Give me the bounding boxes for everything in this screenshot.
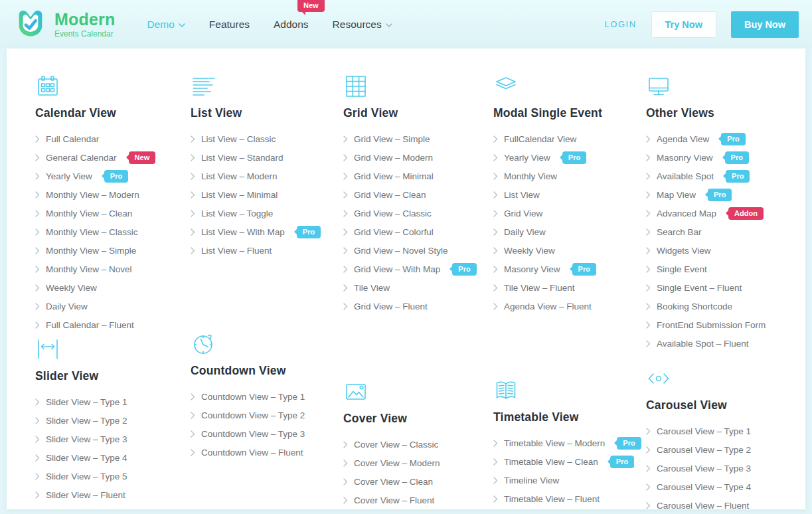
menu-item-map-view[interactable]: Map ViewPro: [646, 185, 805, 204]
menu-item-single-event-fluent[interactable]: Single Event – Fluent: [646, 278, 805, 297]
menu-item-grid-view-with-map[interactable]: Grid View – With MapPro: [343, 260, 493, 278]
menu-item-timetable-view-clean[interactable]: Timetable View – CleanPro: [493, 452, 646, 471]
menu-item-countdown-view-type-3[interactable]: Countdown View – Type 3: [191, 424, 343, 443]
menu-item-full-calendar[interactable]: Full Calendar: [35, 129, 191, 148]
section-title: List View: [191, 106, 343, 120]
menu-item-grid-view-clean[interactable]: Grid View – Clean: [343, 185, 493, 204]
menu-item-monthly-view[interactable]: Monthly View: [493, 167, 646, 185]
menu-item-countdown-view-type-2[interactable]: Countdown View – Type 2: [191, 406, 343, 424]
menu-item-daily-view[interactable]: Daily View: [35, 297, 191, 315]
menu-item-grid-view-colorful[interactable]: Grid View – Colorful: [343, 222, 493, 241]
menu-item-label: Cover View – Modern: [354, 458, 440, 468]
menu-item-monthly-view-clean[interactable]: Monthly View – Clean: [35, 204, 191, 222]
nav-item-demo[interactable]: Demo: [147, 19, 185, 31]
chevron-right-icon: [343, 210, 348, 217]
login-link[interactable]: LOGIN: [605, 19, 637, 29]
menu-item-monthly-view-modern[interactable]: Monthly View – Modern: [35, 185, 191, 204]
menu-item-available-spot-fluent[interactable]: Available Spot – Fluent: [646, 334, 805, 353]
menu-item-grid-view-fluent[interactable]: Grid View – Fluent: [343, 297, 493, 315]
menu-item-grid-view-classic[interactable]: Grid View – Classic: [343, 204, 493, 222]
menu-item-carousel-view-fluent[interactable]: Carousel View – Fluent: [646, 496, 805, 509]
menu-item-carousel-view-type-4[interactable]: Carousel View – Type 4: [646, 477, 805, 496]
menu-item-weekly-view[interactable]: Weekly View: [493, 241, 646, 260]
menu-item-countdown-view-type-1[interactable]: Countdown View – Type 1: [191, 387, 343, 406]
chevron-right-icon: [646, 321, 651, 329]
menu-item-agenda-view-fluent[interactable]: Agenda View – Fluent: [493, 297, 646, 315]
menu-item-grid-view-modern[interactable]: Grid View – Modern: [343, 148, 493, 167]
menu-item-masonry-view[interactable]: Masonry ViewPro: [646, 148, 805, 167]
menu-item-monthly-view-novel[interactable]: Monthly View – Novel: [35, 260, 191, 278]
menu-item-masonry-view[interactable]: Masonry ViewPro: [493, 260, 646, 278]
menu-item-carousel-view-type-2[interactable]: Carousel View – Type 2: [646, 440, 805, 459]
menu-item-list-view-with-map[interactable]: List View – With MapPro: [191, 222, 343, 241]
chevron-right-icon: [35, 473, 40, 480]
logo-subtitle: Events Calendar: [54, 30, 115, 38]
chevron-right-icon: [646, 210, 651, 217]
menu-item-yearly-view[interactable]: Yearly ViewPro: [493, 148, 646, 167]
menu-item-slider-view-type-1[interactable]: Slider View – Type 1: [35, 392, 191, 411]
buy-now-button[interactable]: Buy Now: [731, 11, 799, 38]
menu-item-widgets-view[interactable]: Widgets View: [646, 241, 805, 260]
menu-item-list-view-classic[interactable]: List View – Classic: [191, 129, 343, 148]
logo[interactable]: Modern Events Calendar: [13, 6, 115, 43]
menu-item-label: List View – Toggle: [201, 209, 273, 218]
menu-item-monthly-view-classic[interactable]: Monthly View – Classic: [35, 222, 191, 241]
menu-item-yearly-view[interactable]: Yearly ViewPro: [35, 167, 191, 185]
menu-item-timetable-view-fluent[interactable]: Timetable View – Fluent: [493, 489, 646, 508]
menu-item-daily-view[interactable]: Daily View: [493, 222, 646, 241]
menu-item-label: Monthly View – Simple: [46, 246, 136, 256]
menu-item-list-view-modern[interactable]: List View – Modern: [191, 167, 343, 185]
menu-item-cover-view-classic[interactable]: Cover View – Classic: [343, 435, 493, 454]
menu-item-grid-view-simple[interactable]: Grid View – Simple: [343, 129, 493, 148]
menu-item-timeline-view[interactable]: Timeline View: [493, 471, 646, 489]
menu-item-list-view-toggle[interactable]: List View – Toggle: [191, 204, 343, 222]
menu-item-cover-view-modern[interactable]: Cover View – Modern: [343, 454, 493, 472]
menu-item-list-view-standard[interactable]: List View – Standard: [191, 148, 343, 167]
menu-item-tile-view-fluent[interactable]: Tile View – Fluent: [493, 278, 646, 297]
menu-item-monthly-view-simple[interactable]: Monthly View – Simple: [35, 241, 191, 260]
menu-item-carousel-view-type-1[interactable]: Carousel View – Type 1: [646, 422, 805, 440]
pro-badge: Pro: [452, 263, 476, 276]
chevron-down-icon: [179, 23, 185, 27]
menu-item-cover-view-fluent[interactable]: Cover View – Fluent: [343, 491, 493, 509]
menu-item-label: Grid View – Colorful: [354, 227, 434, 237]
menu-item-booking-shortcode[interactable]: Booking Shortcode: [646, 297, 805, 315]
menu-item-fullcalendar-view[interactable]: FullCalendar View: [493, 129, 646, 148]
menu-item-cover-view-clean[interactable]: Cover View – Clean: [343, 472, 493, 491]
menu-item-available-spot[interactable]: Available SpotPro: [646, 167, 805, 185]
menu-item-search-bar[interactable]: Search Bar: [646, 222, 805, 241]
menu-item-slider-view-type-4[interactable]: Slider View – Type 4: [35, 448, 191, 467]
menu-item-weekly-view[interactable]: Weekly View: [35, 278, 191, 297]
menu-item-list-view-fluent[interactable]: List View – Fluent: [191, 241, 343, 260]
try-now-button[interactable]: Try Now: [651, 11, 716, 38]
nav-item-addons[interactable]: AddonsNew: [274, 19, 309, 31]
menu-item-grid-view-minimal[interactable]: Grid View – Minimal: [343, 167, 493, 185]
menu-item-slider-view-fluent[interactable]: Slider View – Fluent: [35, 485, 191, 504]
menu-item-timetable-view-modern[interactable]: Timetable View – ModernPro: [493, 434, 646, 452]
menu-item-list-view-minimal[interactable]: List View – Minimal: [191, 185, 343, 204]
menu-item-slider-view-type-5[interactable]: Slider View – Type 5: [35, 467, 191, 485]
nav-item-resources[interactable]: Resources: [333, 19, 392, 31]
menu-item-grid-view-novel-style[interactable]: Grid View – Novel Style: [343, 241, 493, 260]
menu-item-label: Countdown View – Type 3: [201, 429, 305, 439]
menu-item-label: Carousel View – Type 1: [657, 426, 751, 436]
menu-item-slider-view-type-2[interactable]: Slider View – Type 2: [35, 411, 191, 430]
nav-item-features[interactable]: Features: [209, 19, 250, 31]
countdown-icon: [191, 331, 343, 355]
menu-item-list-view[interactable]: List View: [493, 185, 646, 204]
menu-item-general-calendar[interactable]: General CalendarNew: [35, 148, 191, 167]
carousel-icon: [646, 366, 805, 390]
nav-item-label: Demo: [147, 19, 174, 31]
menu-item-tile-view[interactable]: Tile View: [343, 278, 493, 297]
menu-item-frontend-submission-form[interactable]: FrontEnd Submission Form: [646, 315, 805, 334]
menu-item-countdown-view-fluent[interactable]: Countdown View – Fluent: [191, 443, 343, 462]
menu-item-carousel-view-type-3[interactable]: Carousel View – Type 3: [646, 459, 805, 477]
menu-item-full-calendar-fluent[interactable]: Full Calendar – Fluent: [35, 315, 191, 334]
menu-item-slider-view-type-3[interactable]: Slider View – Type 3: [35, 430, 191, 448]
chevron-right-icon: [191, 449, 195, 456]
menu-item-advanced-map[interactable]: Advanced MapAddon: [646, 204, 805, 222]
menu-item-single-event[interactable]: Single Event: [646, 260, 805, 278]
chevron-right-icon: [35, 398, 40, 406]
menu-item-agenda-view[interactable]: Agenda ViewPro: [646, 129, 805, 148]
menu-item-grid-view[interactable]: Grid View: [493, 204, 646, 222]
